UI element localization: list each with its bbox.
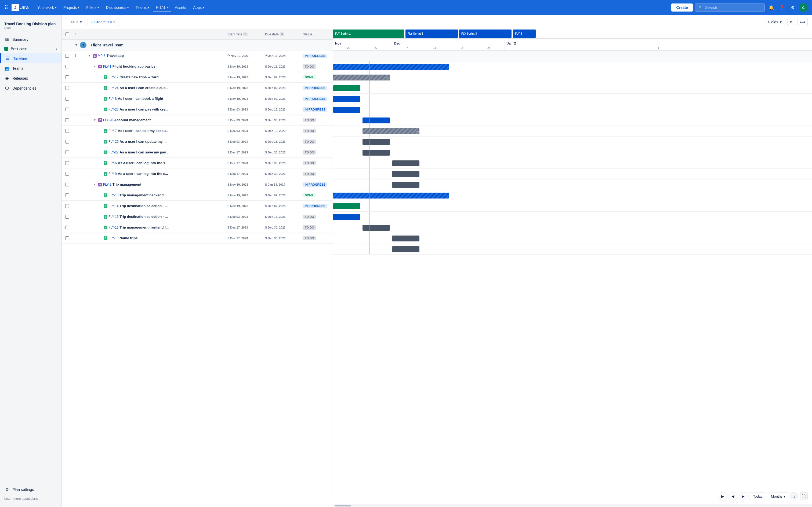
issue-key[interactable]: FLY-28 <box>103 118 113 122</box>
nav-assets[interactable]: Assets <box>171 3 189 12</box>
issue-key[interactable]: FLY-8 <box>108 97 117 101</box>
table-row[interactable]: S FLY-11 Trip management frontend f... S… <box>62 222 333 233</box>
gantt-nav-next-button[interactable]: ▶ <box>719 492 727 501</box>
gantt-bar[interactable] <box>362 225 390 231</box>
table-row[interactable]: S FLY-9 As a user I can log into the s..… <box>62 168 333 179</box>
issue-key[interactable]: FLY-14 <box>108 204 118 208</box>
collapse-icon[interactable]: ▼ <box>93 65 97 68</box>
table-row[interactable]: S FLY-24 As a user I can create a cus...… <box>62 82 333 93</box>
row-checkbox[interactable] <box>62 215 72 219</box>
expand-button[interactable]: ⛶ <box>800 492 808 500</box>
issue-key[interactable]: FLY-13 <box>108 236 118 240</box>
issue-key[interactable]: FLY-24 <box>108 86 118 90</box>
row-checkbox[interactable] <box>62 75 72 79</box>
row-checkbox[interactable] <box>62 129 72 133</box>
issue-key[interactable]: FLY-2 <box>103 183 111 186</box>
months-dropdown[interactable]: Months ▾ <box>768 493 789 500</box>
issue-key[interactable]: FLY-17 <box>108 75 118 79</box>
row-checkbox[interactable] <box>62 183 72 186</box>
issue-key[interactable]: FLY-27 <box>108 151 118 154</box>
collapse-team-icon[interactable]: ▼ <box>74 43 78 47</box>
sidebar-item-timeline[interactable]: ☰ Timeline <box>0 53 61 63</box>
create-issue-button[interactable]: + Create issue <box>88 18 119 26</box>
row-checkbox[interactable] <box>62 97 72 101</box>
gantt-bar[interactable]: → <box>333 64 449 70</box>
grid-icon[interactable]: ⠿ <box>4 4 8 11</box>
table-row[interactable]: ▼ E FLY-2 Trip management S Nov 19, 2023… <box>62 179 333 190</box>
nav-dashboards[interactable]: Dashboards▾ <box>103 3 132 12</box>
nav-your-work[interactable]: Your work▾ <box>34 3 60 12</box>
gantt-bar[interactable]: → <box>362 128 419 134</box>
issue-key[interactable]: FLY-9 <box>108 172 117 176</box>
issue-key[interactable]: MP-5 <box>98 54 106 58</box>
table-row[interactable]: 1 ▼ E MP-5 Travel app ↷ Nov 19, 2023 ↷ J… <box>62 50 333 61</box>
select-all-checkbox[interactable] <box>65 33 69 36</box>
table-row[interactable]: ▼ E FLY-28 Account management S Dec 03, … <box>62 115 333 125</box>
today-button[interactable]: Today <box>749 493 767 500</box>
issue-key[interactable]: FLY-16 <box>108 215 118 219</box>
issue-key[interactable]: FLY-26 <box>108 108 118 111</box>
row-checkbox[interactable] <box>62 108 72 111</box>
row-checkbox[interactable] <box>62 204 72 208</box>
settings-button[interactable]: ⚙ <box>789 3 797 12</box>
nav-projects[interactable]: Projects▾ <box>60 3 83 12</box>
horizontal-scrollbar[interactable] <box>333 504 812 507</box>
user-avatar[interactable]: C <box>799 3 808 12</box>
table-row[interactable]: S FLY-10 Trip management backend ... S N… <box>62 190 333 201</box>
gantt-bar[interactable] <box>392 171 419 177</box>
issue-dropdown-button[interactable]: Issue ▾ <box>66 18 85 26</box>
gantt-bar[interactable] <box>333 203 360 209</box>
table-row[interactable]: ▼ E FLY-1 Flight booking app basics S No… <box>62 61 333 72</box>
gantt-bar[interactable] <box>392 182 419 188</box>
help-button[interactable]: ❓ <box>778 3 786 12</box>
sidebar-item-dependencies[interactable]: ⬡ Dependencies <box>0 83 61 93</box>
notifications-button[interactable]: 🔔 <box>767 3 775 12</box>
gantt-bar[interactable] <box>392 160 419 166</box>
table-row[interactable]: S FLY-7 As I user I can edit my accou...… <box>62 125 333 136</box>
gantt-bar[interactable] <box>362 150 390 156</box>
info-button[interactable]: ℹ <box>790 492 798 500</box>
issue-key[interactable]: FLY-11 <box>108 226 118 229</box>
table-row[interactable]: S FLY-6 As a user I can log into the s..… <box>62 158 333 168</box>
jira-logo[interactable]: J Jira <box>11 4 29 11</box>
issue-key[interactable]: FLY-6 <box>108 161 117 165</box>
sidebar-item-releases[interactable]: ◈ Releases <box>0 73 61 83</box>
search-box[interactable]: 🔍 Search <box>695 3 765 11</box>
table-row[interactable]: S FLY-14 Trip destination selection - ..… <box>62 201 333 211</box>
collapse-button[interactable]: ⟺ <box>798 18 808 26</box>
issue-key[interactable]: FLY-7 <box>108 129 117 133</box>
row-checkbox[interactable] <box>62 54 72 58</box>
sidebar-item-plan-settings[interactable]: ⚙ Plan settings <box>0 485 61 494</box>
gantt-bar[interactable] <box>333 85 360 91</box>
table-row[interactable]: S FLY-16 Trip destination selection - ..… <box>62 211 333 222</box>
table-row[interactable]: S FLY-26 As a user I can pay with cre...… <box>62 104 333 115</box>
row-checkbox[interactable] <box>62 236 72 240</box>
gantt-nav-prev-button[interactable]: ◀ <box>729 492 738 501</box>
sidebar-item-summary[interactable]: ▦ Summary <box>0 34 61 44</box>
gantt-bar[interactable] <box>333 96 360 102</box>
nav-plans[interactable]: Plans▾ <box>153 3 171 12</box>
create-button[interactable]: Create <box>671 3 693 11</box>
gantt-nav-forward-button[interactable]: ▶ <box>739 492 748 501</box>
table-row[interactable]: S FLY-25 As a user I can update my l... … <box>62 136 333 147</box>
row-checkbox[interactable] <box>62 86 72 90</box>
issue-key[interactable]: FLY-10 <box>108 193 118 197</box>
sidebar-item-teams[interactable]: 👥 Teams <box>0 63 61 73</box>
nav-teams[interactable]: Teams▾ <box>133 3 152 12</box>
gantt-bar[interactable]: → <box>333 74 390 80</box>
collapse-icon[interactable]: ▼ <box>93 119 97 121</box>
fields-button[interactable]: Fields ▾ <box>765 18 785 26</box>
table-row[interactable]: S FLY-17 Create new trips wizard S Nov 1… <box>62 72 333 82</box>
row-checkbox[interactable] <box>62 161 72 165</box>
table-row[interactable]: S FLY-27 As a user I can save my pay... … <box>62 147 333 158</box>
row-checkbox[interactable] <box>62 193 72 197</box>
table-row[interactable]: S FLY-13 Name trips S Dec 17, 2023 S Dec… <box>62 233 333 243</box>
row-checkbox[interactable] <box>62 118 72 122</box>
gantt-bar[interactable] <box>392 246 419 252</box>
learn-more-link[interactable]: Learn more about plans <box>4 497 38 501</box>
row-checkbox[interactable] <box>62 172 72 176</box>
scrollbar-thumb[interactable] <box>335 505 351 506</box>
gantt-bar[interactable]: → <box>333 192 449 199</box>
gantt-bar[interactable] <box>333 107 360 113</box>
gantt-bar[interactable] <box>392 235 419 241</box>
